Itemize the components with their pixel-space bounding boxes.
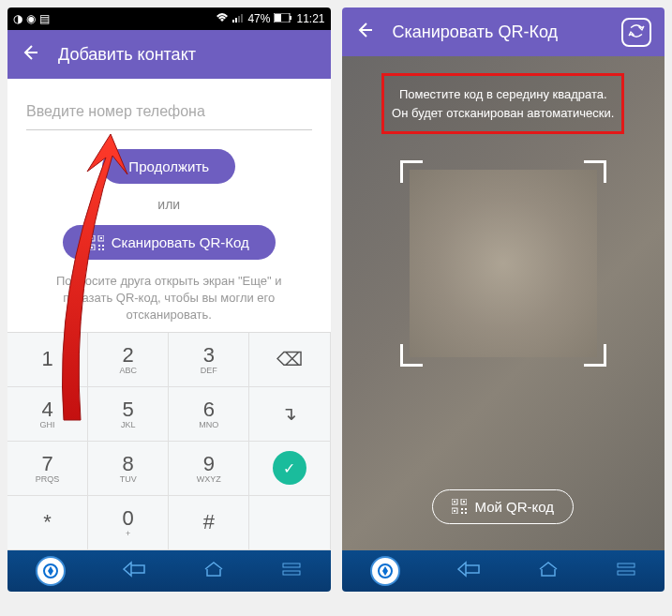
frame-corner (400, 344, 423, 367)
android-nav-bar (7, 550, 331, 592)
keypad-next[interactable]: ↴ (249, 387, 330, 442)
nav-assist-icon[interactable] (370, 556, 400, 586)
header-title: Добавить контакт (58, 45, 196, 65)
camera-viewfinder: Поместите код в середину квадрата. Он бу… (342, 56, 665, 550)
keypad-key-0[interactable]: 0+ (88, 496, 169, 550)
numeric-keypad: 12ABC3DEF⌫4GHI5JKL6MNO↴7PRQS8TUV9WXYZ✓*0… (7, 332, 331, 550)
frame-corner (400, 160, 423, 183)
app-header: Добавить контакт (7, 30, 331, 79)
phone-input[interactable] (26, 94, 312, 130)
svg-rect-26 (461, 508, 463, 510)
keypad-key-8[interactable]: 8TUV (88, 442, 169, 496)
svg-rect-6 (290, 16, 291, 20)
svg-rect-21 (454, 501, 455, 503)
keypad-backspace[interactable]: ⌫ (249, 333, 330, 387)
svg-rect-12 (91, 247, 93, 248)
svg-rect-10 (100, 237, 102, 239)
svg-rect-0 (232, 20, 234, 23)
screen-scan-qr: Сканировать QR-Код Поместите код в серед… (342, 8, 665, 592)
keypad-key-6[interactable]: 6MNO (169, 387, 249, 442)
svg-rect-2 (238, 16, 240, 23)
android-nav-bar (342, 550, 665, 592)
keypad-key-2[interactable]: 2ABC (88, 333, 169, 387)
signal-icon (232, 12, 244, 25)
clock-text: 11:21 (296, 12, 324, 25)
keypad-key-*[interactable]: * (7, 496, 88, 550)
keypad-key-3[interactable]: 3DEF (169, 333, 249, 387)
back-icon[interactable] (355, 21, 374, 44)
keypad-key-4[interactable]: 4GHI (7, 387, 88, 442)
svg-rect-14 (102, 245, 104, 247)
svg-rect-19 (283, 571, 300, 575)
instruction-line: Он будет отсканирован автоматически. (392, 104, 614, 123)
camera-switch-icon[interactable] (621, 18, 651, 47)
status-icon: ▤ (39, 12, 50, 25)
instruction-line: Поместите код в середину квадрата. (392, 85, 614, 104)
battery-text: 47% (247, 12, 270, 25)
qr-icon (89, 235, 104, 250)
nav-recent-icon[interactable] (281, 562, 302, 580)
keypad-confirm[interactable]: ✓ (249, 442, 330, 496)
scan-qr-button[interactable]: Сканировать QR-Код (63, 225, 276, 260)
svg-rect-25 (454, 510, 455, 512)
continue-button[interactable]: Продолжить (102, 149, 235, 184)
app-header: Сканировать QR-Код (342, 8, 665, 56)
nav-home-icon[interactable] (537, 561, 560, 581)
qr-icon (452, 499, 467, 514)
keypad-key-5[interactable]: 5JKL (88, 387, 169, 442)
scan-qr-label: Сканировать QR-Код (112, 234, 249, 250)
svg-rect-15 (98, 248, 100, 250)
keypad-key-1[interactable]: 1 (7, 333, 88, 387)
back-icon[interactable] (21, 43, 39, 67)
svg-rect-28 (461, 512, 463, 514)
nav-recent-icon[interactable] (616, 562, 636, 580)
content-area: Продолжить или Сканировать QR-Код Попрос… (7, 79, 331, 332)
svg-rect-13 (98, 245, 100, 247)
svg-rect-31 (618, 563, 635, 567)
nav-back-icon[interactable] (456, 561, 481, 581)
svg-rect-23 (463, 501, 465, 503)
scan-frame (400, 160, 606, 367)
svg-rect-16 (102, 248, 104, 250)
help-text: Попросите друга открыть экран "Еще" и по… (26, 273, 312, 324)
nav-back-icon[interactable] (122, 561, 146, 581)
svg-rect-27 (465, 508, 467, 510)
svg-rect-5 (275, 14, 281, 22)
instruction-box: Поместите код в середину квадрата. Он бу… (381, 73, 624, 134)
nav-assist-icon[interactable] (36, 556, 66, 586)
battery-icon (274, 12, 292, 25)
wifi-icon (216, 12, 229, 26)
frame-corner (584, 344, 606, 367)
keypad-key-7[interactable]: 7PRQS (7, 442, 88, 496)
keypad-empty (249, 496, 330, 550)
svg-rect-29 (465, 512, 467, 514)
my-qr-label: Мой QR-код (474, 499, 554, 515)
svg-rect-3 (241, 14, 243, 23)
camera-preview (410, 170, 597, 357)
status-icon: ◉ (26, 12, 36, 25)
or-label: или (157, 197, 180, 212)
my-qr-button[interactable]: Мой QR-код (432, 489, 574, 524)
svg-rect-32 (618, 571, 635, 575)
frame-corner (584, 160, 606, 183)
svg-rect-1 (235, 18, 237, 23)
keypad-key-9[interactable]: 9WXYZ (169, 442, 249, 496)
svg-rect-18 (283, 563, 300, 567)
svg-rect-8 (91, 237, 93, 239)
nav-home-icon[interactable] (202, 561, 225, 581)
screen-add-contact: ◑ ◉ ▤ 47% 11:21 Добавить контакт Продолж… (7, 8, 331, 592)
header-title: Сканировать QR-Код (393, 23, 559, 42)
status-bar: ◑ ◉ ▤ 47% 11:21 (7, 8, 331, 30)
status-icon: ◑ (13, 12, 22, 25)
keypad-key-#[interactable]: # (169, 496, 249, 550)
